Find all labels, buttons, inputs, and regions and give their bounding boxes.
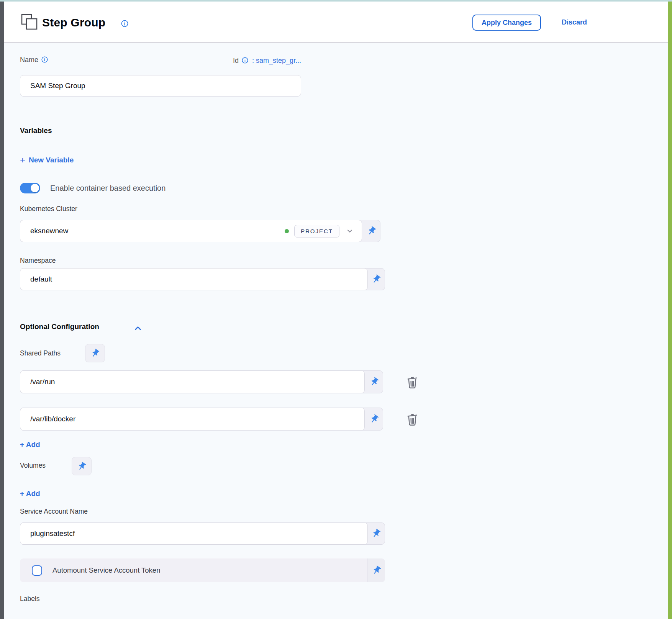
pin-icon[interactable] [367, 269, 385, 290]
new-variable-button[interactable]: + New Variable [20, 156, 74, 165]
step-group-panel: Step Group Apply Changes Discard Name Id… [4, 2, 668, 619]
name-info-icon[interactable] [41, 56, 48, 63]
volumes-pin-button[interactable] [72, 457, 92, 475]
shared-path-input[interactable]: /var/run [20, 370, 365, 393]
collapse-chevron-up-icon[interactable] [132, 323, 144, 333]
shared-paths-label: Shared Paths [20, 349, 61, 357]
right-edge-strip [668, 0, 672, 619]
pin-icon[interactable] [367, 523, 385, 544]
pin-icon[interactable] [366, 408, 383, 430]
page-title: Step Group [42, 16, 105, 29]
enable-container-toggle[interactable] [20, 183, 40, 193]
kubernetes-cluster-input[interactable]: eksnewnew PROJECT [20, 220, 362, 242]
entity-id-value[interactable]: : sam_step_gr... [250, 57, 301, 64]
service-account-input[interactable]: pluginsatestcf [20, 522, 368, 545]
left-edge-strip [0, 0, 4, 619]
kubernetes-cluster-label: Kubernetes Cluster [20, 205, 77, 213]
step-group-icon [20, 13, 38, 31]
toggle-knob [31, 184, 39, 192]
pin-icon[interactable] [367, 558, 385, 582]
service-account-label: Service Account Name [20, 508, 88, 516]
pin-icon[interactable] [363, 220, 380, 242]
delete-trash-icon[interactable] [406, 375, 419, 389]
apply-changes-button[interactable]: Apply Changes [472, 15, 541, 31]
discard-button[interactable]: Discard [562, 18, 587, 26]
top-edge-strip [0, 0, 672, 2]
name-input[interactable]: SAM Step Group [20, 75, 301, 97]
name-label: Name [20, 56, 48, 64]
add-shared-path-button[interactable]: + Add [20, 441, 40, 449]
volumes-label: Volumes [20, 462, 46, 470]
shared-path-row: /var/lib/docker [20, 408, 383, 431]
scope-badge: PROJECT [294, 225, 339, 237]
kubernetes-cluster-field: eksnewnew PROJECT [20, 220, 380, 242]
automount-row: Automount Service Account Token [20, 558, 385, 582]
plus-icon: + [20, 156, 25, 165]
connectivity-status-dot [285, 229, 289, 233]
namespace-field: default [20, 268, 385, 290]
automount-label: Automount Service Account Token [52, 566, 160, 575]
add-volume-button[interactable]: + Add [20, 490, 40, 498]
title-info-icon[interactable] [121, 20, 129, 28]
shared-path-row: /var/run [20, 370, 383, 393]
entity-id: Id : sam_step_gr... [233, 57, 301, 66]
pin-icon[interactable] [366, 371, 383, 393]
shared-path-input[interactable]: /var/lib/docker [20, 408, 365, 431]
delete-trash-icon[interactable] [406, 412, 419, 426]
service-account-field: pluginsatestcf [20, 522, 385, 545]
panel-header: Step Group Apply Changes Discard [4, 2, 668, 43]
optional-configuration-title: Optional Configuration [20, 323, 99, 331]
id-info-icon[interactable] [241, 57, 249, 66]
namespace-input[interactable]: default [20, 268, 368, 290]
namespace-label: Namespace [20, 257, 56, 265]
chevron-down-icon[interactable] [346, 227, 354, 235]
variables-section-title: Variables [20, 126, 52, 135]
labels-label: Labels [20, 595, 40, 603]
shared-paths-pin-button[interactable] [85, 344, 105, 362]
container-execution-row: Enable container based execution [20, 183, 166, 193]
automount-checkbox[interactable] [32, 565, 42, 576]
enable-container-label: Enable container based execution [50, 184, 166, 193]
